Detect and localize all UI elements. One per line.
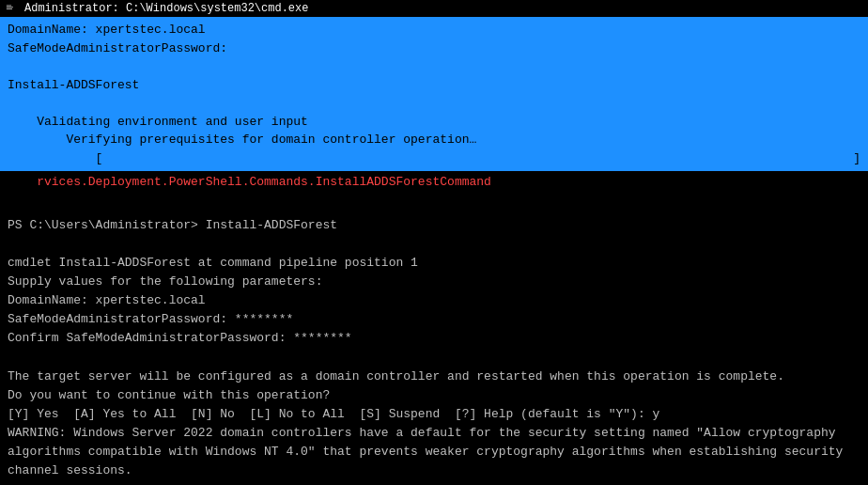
- terminal-body[interactable]: DomainName: xpertstec.localSafeModeAdmin…: [0, 17, 868, 485]
- title-bar-text: Administrator: C:\Windows\system32\cmd.e…: [24, 2, 308, 15]
- title-bar: Administrator: C:\Windows\system32\cmd.e…: [0, 0, 868, 17]
- normal-line: [Y] Yes [A] Yes to All [N] No [L] No to …: [8, 405, 860, 424]
- normal-line: PS C:\Users\Administrator> Install-ADDSF…: [8, 216, 860, 235]
- right-bracket: ]: [853, 149, 860, 168]
- normal-section: PS C:\Users\Administrator> Install-ADDSF…: [0, 194, 868, 486]
- normal-line: [8, 349, 860, 368]
- highlighted-line: SafeModeAdministratorPassword:: [8, 39, 860, 58]
- normal-line: algorithms compatible with Windows NT 4.…: [8, 443, 860, 462]
- cmd-window: Administrator: C:\Windows\system32\cmd.e…: [0, 0, 868, 485]
- normal-line: Supply values for the following paramete…: [8, 273, 860, 291]
- normal-line: DomainName: xpertstec.local: [8, 291, 860, 310]
- highlighted-line: []: [8, 149, 860, 168]
- normal-line: WARNING: Windows Server 2022 domain cont…: [8, 424, 860, 443]
- normal-line: [8, 481, 860, 485]
- normal-line: cmdlet Install-ADDSForest at command pip…: [8, 254, 860, 273]
- normal-line: [8, 197, 860, 216]
- error-line: rvices.Deployment.PowerShell.Commands.In…: [0, 171, 868, 194]
- highlighted-line: Verifying prerequisites for domain contr…: [8, 131, 860, 149]
- highlighted-line: Install-ADDSForest: [8, 76, 860, 95]
- highlighted-line: [8, 94, 860, 113]
- svg-rect-2: [7, 7, 13, 8]
- normal-line: Confirm SafeModeAdministratorPassword: *…: [8, 329, 860, 348]
- highlighted-line: DomainName: xpertstec.local: [8, 21, 860, 39]
- highlighted-line: Validating environment and user input: [8, 113, 860, 132]
- svg-rect-3: [7, 8, 12, 9]
- highlighted-section: DomainName: xpertstec.localSafeModeAdmin…: [0, 17, 868, 171]
- normal-line: SafeModeAdministratorPassword: ********: [8, 310, 860, 329]
- normal-line: The target server will be configured as …: [8, 368, 860, 386]
- normal-line: Do you want to continue with this operat…: [8, 386, 860, 405]
- cmd-icon: [6, 2, 19, 15]
- normal-line: [8, 235, 860, 254]
- svg-rect-1: [7, 6, 11, 7]
- highlighted-line: [8, 57, 860, 76]
- normal-line: channel sessions.: [8, 462, 860, 480]
